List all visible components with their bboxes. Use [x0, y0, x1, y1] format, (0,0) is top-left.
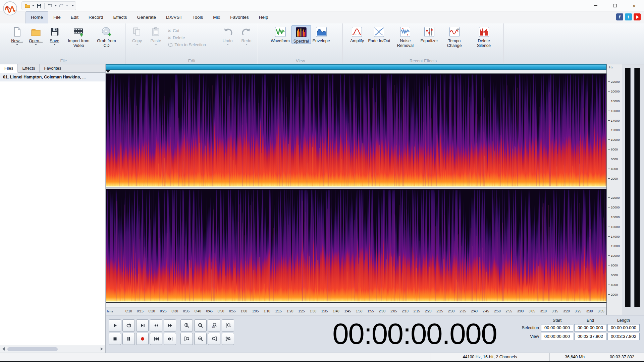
view-length-field[interactable]: 00:03:37.802 — [607, 333, 640, 340]
redo-button[interactable]: Redo — [237, 25, 256, 45]
maximize-button[interactable] — [605, 0, 625, 11]
cut-button[interactable]: × Cut — [168, 28, 216, 33]
record-button[interactable] — [136, 333, 149, 345]
dropdown-caret-icon[interactable] — [35, 44, 37, 45]
go-to-end-button[interactable] — [164, 333, 176, 345]
qat-save-button[interactable] — [35, 2, 43, 9]
sidebar-tab-effects[interactable]: Effects — [18, 64, 40, 72]
zoom-100-button[interactable]: 100 — [208, 319, 220, 331]
sidebar-tab-favorites[interactable]: Favorites — [40, 64, 66, 72]
time-ruler[interactable]: hms 0:100:150:200:250:300:350:400:450:50… — [106, 307, 606, 315]
menu-tab-help[interactable]: Help — [254, 11, 273, 23]
new-button[interactable]: New... — [8, 25, 26, 45]
sidebar-horizontal-scrollbar[interactable] — [0, 346, 105, 353]
qat-open-button[interactable] — [24, 2, 31, 9]
dropdown-caret-icon[interactable] — [136, 44, 138, 45]
delete-button[interactable]: × Delete — [168, 36, 216, 40]
noise-removal-button[interactable]: Noise Removal — [392, 25, 419, 48]
amplify-button[interactable]: Amplify — [347, 25, 366, 43]
view-start-field[interactable]: 00:00:00.000 — [541, 333, 573, 340]
zoom-out-button[interactable] — [194, 319, 207, 331]
redo-dropdown-caret-icon[interactable] — [66, 5, 68, 6]
play-button[interactable] — [109, 319, 121, 331]
playback-position-marker[interactable] — [106, 70, 110, 73]
view-end-field[interactable]: 00:03:37.802 — [574, 333, 606, 340]
menu-tab-home[interactable]: Home — [25, 11, 48, 23]
selection-length-field[interactable]: 00:00:00.000 — [607, 324, 640, 331]
open-folder-icon — [30, 26, 42, 38]
pause-button[interactable] — [122, 333, 135, 345]
qat-redo-button[interactable] — [58, 2, 65, 9]
qat-undo-button[interactable] — [46, 2, 54, 9]
close-button[interactable]: × — [625, 0, 644, 11]
envelope-view-button[interactable]: Envelope — [311, 25, 332, 43]
fade-in-out-button[interactable]: Fade In/Out — [366, 25, 392, 43]
title-bar[interactable]: × — [0, 0, 644, 11]
menu-tab-mix[interactable]: Mix — [208, 11, 225, 23]
qat-customize-button[interactable] — [72, 5, 74, 6]
zoom-in-button[interactable] — [180, 319, 193, 331]
marker-strip[interactable] — [106, 70, 606, 74]
youtube-icon[interactable] — [634, 13, 641, 20]
time-tick-label: 2:25 — [436, 309, 443, 313]
zoom-selection-button[interactable] — [180, 333, 193, 345]
fast-forward-button[interactable] — [164, 319, 176, 331]
copy-button[interactable]: Copy — [128, 25, 147, 45]
equalizer-button[interactable]: Equalizer — [419, 25, 439, 43]
facebook-icon[interactable]: f — [616, 13, 623, 20]
scroll-left-icon[interactable] — [2, 347, 5, 351]
sidebar-tab-files[interactable]: Files — [0, 64, 18, 73]
skip-to-end-button[interactable] — [136, 319, 149, 331]
overview-scrollbar[interactable] — [106, 64, 606, 70]
open-button[interactable]: Open... — [26, 25, 45, 45]
dropdown-caret-icon[interactable] — [155, 44, 157, 45]
tempo-change-button[interactable]: Tempo Change — [440, 25, 469, 48]
spectrogram-channel-1[interactable] — [106, 74, 606, 187]
menu-tab-dxvst[interactable]: DX/VST — [161, 11, 187, 23]
scroll-right-icon[interactable] — [101, 347, 103, 351]
open-dropdown-caret-icon[interactable] — [32, 5, 34, 6]
menu-tab-favorites[interactable]: Favorites — [225, 11, 254, 23]
grab-from-cd-button[interactable]: Grab from CD — [94, 25, 120, 48]
frequency-tick: 8000 — [608, 263, 621, 267]
menu-tab-generate[interactable]: Generate — [132, 11, 161, 23]
menu-tab-tools[interactable]: Tools — [187, 11, 208, 23]
spectrogram-channel-2[interactable] — [106, 189, 606, 302]
menu-tab-record[interactable]: Record — [84, 11, 108, 23]
twitter-icon[interactable]: t — [625, 13, 632, 20]
import-from-video-button[interactable]: Import from Video — [64, 25, 94, 48]
minimize-button[interactable] — [586, 0, 605, 11]
dropdown-caret-icon[interactable] — [54, 44, 56, 45]
zoom-vertical-out-button[interactable] — [222, 333, 234, 345]
menu-tab-file[interactable]: File — [48, 11, 66, 23]
tick-dash — [608, 294, 610, 295]
stop-button[interactable] — [109, 333, 121, 345]
zoom-full-button[interactable] — [194, 333, 207, 345]
save-button[interactable]: Save — [45, 25, 64, 45]
dropdown-caret-icon[interactable] — [16, 44, 18, 45]
scrollbar-thumb[interactable] — [7, 347, 58, 351]
app-logo-icon[interactable] — [3, 1, 17, 16]
menu-tab-effects[interactable]: Effects — [108, 11, 132, 23]
menu-tab-edit[interactable]: Edit — [66, 11, 84, 23]
undo-button[interactable]: Undo — [218, 25, 237, 45]
paste-button[interactable]: Paste — [147, 25, 165, 45]
time-tick-label: 0:40 — [195, 309, 201, 313]
loop-button[interactable] — [122, 319, 135, 331]
selection-start-field[interactable]: 00:00:00.000 — [541, 324, 573, 331]
undo-dropdown-caret-icon[interactable] — [55, 5, 57, 6]
spectral-view-button[interactable]: Spectral — [291, 25, 311, 44]
selection-end-field[interactable]: 00:00:00.000 — [574, 324, 606, 331]
go-to-start-button[interactable] — [150, 333, 162, 345]
file-list-item[interactable]: 01. Lionel Hampton, Coleman Hawkins, ... — [0, 73, 105, 81]
waveform-view-button[interactable]: Waveform — [269, 25, 291, 43]
zoom-vertical-button[interactable] — [222, 319, 234, 331]
dropdown-caret-icon[interactable] — [246, 44, 248, 45]
zoom-project-button[interactable] — [208, 333, 220, 345]
quick-access-toolbar — [21, 1, 76, 10]
delete-silence-button[interactable]: Delete Silence — [469, 25, 499, 48]
rewind-button[interactable] — [150, 319, 162, 331]
trim-to-selection-button[interactable]: Trim to Selection — [168, 43, 216, 47]
dropdown-caret-icon[interactable] — [227, 44, 229, 45]
tick-dash — [608, 265, 610, 265]
